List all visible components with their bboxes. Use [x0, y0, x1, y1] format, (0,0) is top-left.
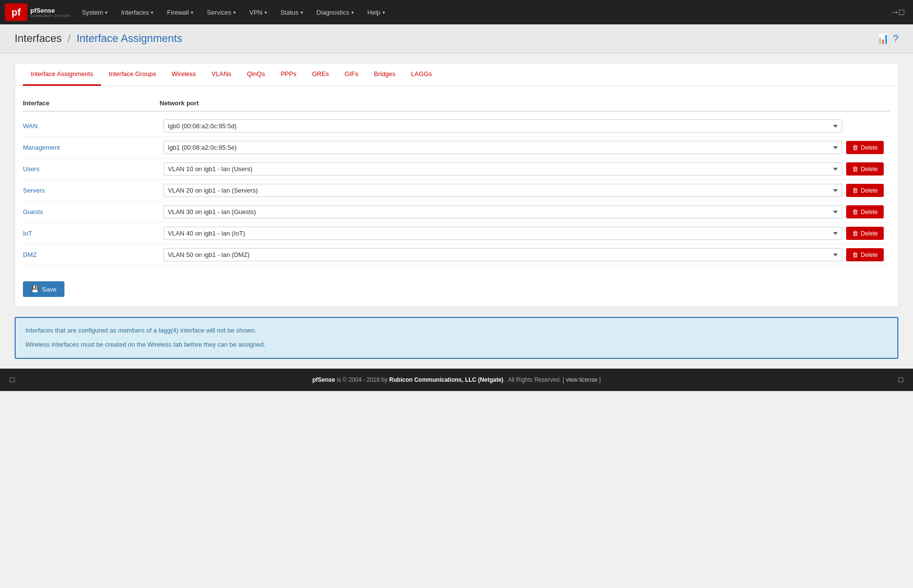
iface-select-wrap-iot: VLAN 40 on igb1 - lan (IoT) [163, 227, 842, 240]
nav-label-system: System [82, 9, 103, 16]
tab-wireless[interactable]: Wireless [164, 63, 204, 86]
interface-row-iot: IoTVLAN 40 on igb1 - lan (IoT)🗑Delete [23, 223, 890, 244]
iface-name-users[interactable]: Users [23, 165, 160, 173]
nav-caret-help: ▾ [383, 10, 385, 15]
logo-text: pf [12, 7, 21, 18]
footer-rights-end: ] [599, 376, 601, 383]
page-header: Interfaces / Interface Assignments 📊 ? [0, 24, 913, 53]
delete-button-iot[interactable]: 🗑Delete [846, 227, 884, 240]
nav-item-diagnostics[interactable]: Diagnostics▾ [310, 0, 361, 24]
nav-caret-interfaces: ▾ [151, 10, 153, 15]
delete-button-users[interactable]: 🗑Delete [846, 162, 884, 176]
nav-menu: System▾Interfaces▾Firewall▾Services▾VPN▾… [75, 0, 886, 24]
iface-select-wrap-guests: VLAN 30 on igb1 - lan (Guests) [163, 205, 842, 218]
tab-gres[interactable]: GREs [304, 63, 337, 86]
iface-name-iot[interactable]: IoT [23, 230, 160, 237]
footer-brand: pfSense [312, 376, 335, 383]
nav-signout-icon[interactable]: →□ [886, 7, 908, 18]
brand-name: pfSense [30, 7, 70, 14]
tab-groups[interactable]: Interface Groups [101, 63, 164, 86]
navbar: pf pfSense COMMUNITY EDITION System▾Inte… [0, 0, 913, 24]
tab-bridges[interactable]: Bridges [366, 63, 403, 86]
iface-actions-management: 🗑Delete [846, 141, 890, 154]
tab-laggs[interactable]: LAGGs [403, 63, 440, 86]
iface-name-guests[interactable]: Guests [23, 208, 160, 216]
nav-item-status[interactable]: Status▾ [274, 0, 310, 24]
brand-sub: COMMUNITY EDITION [30, 14, 70, 18]
nav-label-interfaces: Interfaces [121, 9, 149, 16]
trash-icon-management: 🗑 [852, 144, 858, 151]
nav-item-firewall[interactable]: Firewall▾ [160, 0, 200, 24]
iface-name-management[interactable]: Management [23, 144, 160, 151]
save-label: Save [42, 286, 57, 293]
delete-label-iot: Delete [861, 230, 878, 237]
iface-name-servers[interactable]: Servers [23, 187, 160, 194]
iface-select-servers[interactable]: VLAN 20 on igb1 - lan (Servers) [163, 184, 842, 197]
info-message: Interfaces that are configured as member… [25, 326, 888, 336]
info-message: Wireless interfaces must be created on t… [25, 340, 888, 350]
delete-button-servers[interactable]: 🗑Delete [846, 184, 884, 197]
iface-select-wrap-users: VLAN 10 on igb1 - lan (Users) [163, 162, 842, 176]
nav-caret-firewall: ▾ [191, 10, 193, 15]
iface-select-iot[interactable]: VLAN 40 on igb1 - lan (IoT) [163, 227, 842, 240]
interface-row-dmz: DMZVLAN 50 on igb1 - lan (DMZ)🗑Delete [23, 244, 890, 266]
brand-logo[interactable]: pf pfSense COMMUNITY EDITION [5, 3, 70, 21]
iface-actions-dmz: 🗑Delete [846, 248, 890, 261]
delete-button-guests[interactable]: 🗑Delete [846, 205, 884, 218]
iface-select-wrap-wan: igb0 (00:08:a2:0c:95:5d) [163, 119, 842, 133]
iface-select-users[interactable]: VLAN 10 on igb1 - lan (Users) [163, 162, 842, 176]
iface-actions-servers: 🗑Delete [846, 184, 890, 197]
interface-row-wan: WANigb0 (00:08:a2:0c:95:5d) [23, 116, 890, 137]
nav-item-system[interactable]: System▾ [75, 0, 114, 24]
delete-label-users: Delete [861, 166, 878, 173]
iface-select-dmz[interactable]: VLAN 50 on igb1 - lan (DMZ) [163, 248, 842, 261]
nav-item-help[interactable]: Help▾ [361, 0, 392, 24]
footer-left-icon: □ [10, 375, 15, 384]
chart-icon[interactable]: 📊 [877, 33, 889, 44]
content-panel: Interface AssignmentsInterface GroupsWir… [15, 63, 898, 307]
delete-label-dmz: Delete [861, 252, 878, 258]
tab-assignments[interactable]: Interface Assignments [23, 63, 101, 86]
iface-select-wrap-servers: VLAN 20 on igb1 - lan (Servers) [163, 184, 842, 197]
iface-select-wan[interactable]: igb0 (00:08:a2:0c:95:5d) [163, 119, 842, 133]
breadcrumb: Interfaces / Interface Assignments [15, 32, 182, 45]
nav-item-services[interactable]: Services▾ [200, 0, 243, 24]
iface-select-wrap-management: igb1 (00:08:a2:0c:95:5e) [163, 141, 842, 154]
breadcrumb-sep: / [68, 32, 71, 44]
trash-icon-dmz: 🗑 [852, 251, 858, 258]
trash-icon-servers: 🗑 [852, 187, 858, 194]
delete-button-management[interactable]: 🗑Delete [846, 141, 884, 154]
nav-caret-system: ▾ [105, 10, 107, 15]
footer-copy: is © 2004 - 2018 by [337, 376, 387, 383]
nav-label-diagnostics: Diagnostics [317, 9, 349, 16]
footer-rights: . All Rights Reserved. [ [505, 376, 564, 383]
footer-center: pfSense is © 2004 - 2018 by Rubicon Comm… [15, 376, 899, 383]
nav-item-interfaces[interactable]: Interfaces▾ [114, 0, 160, 24]
page-header-icons: 📊 ? [877, 33, 898, 44]
tab-ppps[interactable]: PPPs [273, 63, 304, 86]
tab-vlans[interactable]: VLANs [204, 63, 239, 86]
tab-qinqs[interactable]: QinQs [239, 63, 273, 86]
trash-icon-iot: 🗑 [852, 230, 858, 237]
tab-gifs[interactable]: GIFs [337, 63, 366, 86]
iface-name-wan[interactable]: WAN [23, 122, 160, 130]
nav-item-vpn[interactable]: VPN▾ [243, 0, 274, 24]
footer-license-link[interactable]: view license [566, 376, 598, 383]
footer: □ pfSense is © 2004 - 2018 by Rubicon Co… [0, 369, 913, 391]
column-headers: Interface Network port [23, 96, 890, 112]
delete-button-dmz[interactable]: 🗑Delete [846, 248, 884, 261]
iface-name-dmz[interactable]: DMZ [23, 251, 160, 258]
col-network-port: Network port [160, 99, 890, 107]
info-box: Interfaces that are configured as member… [15, 317, 898, 359]
save-icon: 💾 [31, 285, 39, 293]
nav-caret-vpn: ▾ [264, 10, 267, 15]
nav-label-status: Status [281, 9, 299, 16]
nav-right: →□ [886, 7, 908, 18]
save-button[interactable]: 💾 Save [23, 281, 64, 297]
delete-label-servers: Delete [861, 187, 878, 194]
iface-select-guests[interactable]: VLAN 30 on igb1 - lan (Guests) [163, 205, 842, 218]
table-area: Interface Network port WANigb0 (00:08:a2… [15, 86, 898, 275]
iface-select-management[interactable]: igb1 (00:08:a2:0c:95:5e) [163, 141, 842, 154]
help-icon[interactable]: ? [893, 33, 898, 44]
interface-row-guests: GuestsVLAN 30 on igb1 - lan (Guests)🗑Del… [23, 201, 890, 223]
